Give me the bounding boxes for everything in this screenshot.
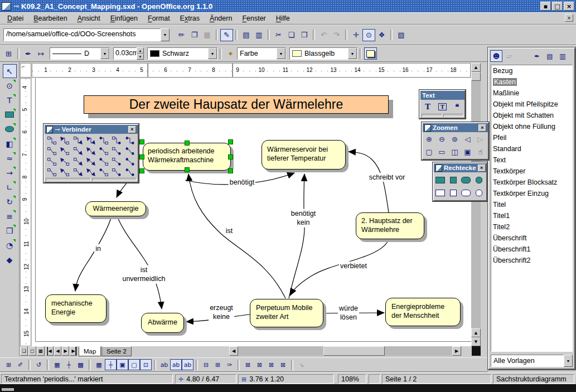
arrange-tool[interactable]: ❒ (3, 224, 17, 238)
menu-format[interactable]: Format (143, 13, 175, 23)
zoomen-titlebar[interactable]: Zoomen × (423, 123, 488, 132)
selection-handle[interactable] (228, 168, 233, 173)
menu-extras[interactable]: Extras (175, 13, 205, 23)
titlebar[interactable]: ⊸ K09.2_A1_Concept_Mapping.sxd - OpenOff… (0, 0, 576, 12)
graphics-styles-button[interactable]: ☻ (490, 50, 502, 62)
edge-label-verbietet[interactable]: verbietet (339, 262, 368, 270)
selection-handle[interactable] (185, 167, 190, 172)
line-color-dropdown-button[interactable]: ▼ (208, 48, 217, 59)
zoom-out-button[interactable]: ⊖ (436, 133, 448, 146)
gallery-button[interactable]: ▧ (395, 29, 408, 41)
connector-ist[interactable] (188, 174, 285, 298)
zoom-objects-button[interactable]: ▣ (462, 146, 473, 158)
snap-to-page-margins-toggle[interactable]: ▣ (117, 359, 128, 370)
connector-type-bent-3[interactable] (85, 146, 97, 156)
close-icon[interactable]: × (478, 124, 486, 132)
text-frame-button[interactable]: T (436, 101, 448, 112)
rotation-mode-toggle[interactable]: ↺ (33, 359, 45, 370)
connector-type-elbow-3[interactable] (85, 135, 97, 146)
connector-type-curve-2[interactable] (72, 167, 84, 177)
connector-type-elbow-6[interactable] (124, 135, 136, 146)
style-item-objekt-mit-pfeilspitze[interactable]: Objekt mit Pfeilspitze (491, 99, 572, 110)
menu-datei[interactable]: Datei (2, 13, 28, 23)
pin-icon[interactable]: ⊸ (55, 125, 60, 133)
style-item-textk-rper-blocksatz[interactable]: Textkörper Blocksatz (491, 177, 572, 188)
next-page-button[interactable]: ▶ (62, 346, 69, 356)
close-icon[interactable]: × (478, 164, 486, 172)
connector-type-line-6[interactable] (124, 156, 136, 167)
zoom-button[interactable]: ⊙ (362, 29, 375, 41)
width-down-button[interactable]: ▼ (137, 54, 144, 60)
status-zoom[interactable]: 108% (338, 374, 366, 384)
connector-type-bent-0[interactable] (46, 146, 58, 156)
square-outline[interactable] (447, 186, 459, 199)
show-grid-toggle[interactable]: ▦ (51, 359, 63, 370)
fill-color-dropdown-button[interactable]: ▼ (348, 48, 357, 59)
edit-points-button[interactable]: ⊞ (2, 47, 15, 60)
verbinder-window[interactable]: ⊸ Verbinder × (43, 124, 139, 183)
selection-handle[interactable] (228, 139, 233, 144)
connector-benoetigt-kein[interactable] (289, 174, 304, 298)
menu-ansicht[interactable]: Ansicht (72, 13, 105, 23)
node-hauptsatz[interactable]: 2. Hauptsatz der Wärmelehre (356, 212, 424, 239)
tab-seite-2[interactable]: Seite 2 (101, 346, 132, 356)
node-abwaerme[interactable]: Abwärme (141, 313, 184, 333)
connector-type-elbow-2[interactable] (72, 135, 84, 146)
connector-type-line-4[interactable] (98, 156, 110, 167)
style-list[interactable]: BezugKastenMaßlinieObjekt mit Pfeilspitz… (491, 65, 573, 352)
line-width-stepper[interactable]: 0.03cm ▲▼ (113, 47, 144, 60)
rounded-rectangle-outline[interactable] (460, 186, 472, 199)
show-snaplines-toggle[interactable]: ┼ (63, 359, 75, 370)
node-waermeenergie[interactable]: Wärmeenergie (85, 201, 146, 216)
rechtecke-window[interactable]: Rechtecke × (433, 162, 487, 201)
connector-type-line-2[interactable] (72, 156, 84, 167)
resize-grip[interactable] (422, 114, 442, 117)
rectangle-outline[interactable] (434, 186, 446, 199)
rotate-tool[interactable]: ↻ (3, 195, 17, 209)
line-style-dropdown-button[interactable]: ▼ (100, 48, 109, 59)
grid-to-front-toggle[interactable]: ▦ (93, 359, 105, 370)
node-perpetuum-mobile[interactable]: Perpetuum Mobile zweiter Art (250, 299, 323, 327)
scroll-up-button[interactable]: ▲ (471, 63, 481, 72)
connector-type-curve-5[interactable] (110, 167, 123, 177)
crop-marks-toggle[interactable]: ⊠ (242, 359, 254, 370)
rectangle-tool[interactable] (3, 108, 17, 122)
zoom-tool[interactable]: ⊙ (3, 79, 17, 93)
connector-type-curve-3[interactable] (85, 167, 97, 177)
export-pdf-button[interactable]: ▤ (240, 29, 253, 41)
zoom-page-width-button[interactable]: ▭ (436, 146, 448, 158)
edge-label-wuerde-loesen[interactable]: würde lösen (338, 304, 359, 322)
connector-type-bent-1[interactable] (59, 146, 71, 156)
close-icon[interactable]: × (128, 126, 136, 133)
scroll-up2-button[interactable]: ▲ (471, 328, 481, 337)
menu-einfgen[interactable]: Einfügen (105, 13, 143, 23)
vertical-ruler[interactable]: 456789101112131415 (20, 78, 31, 346)
menu-hilfe[interactable]: Hilfe (271, 13, 295, 23)
select-text-area-toggle[interactable]: ab (170, 359, 182, 370)
style-item-bezug[interactable]: Bezug (491, 65, 572, 76)
verbinder-titlebar[interactable]: ⊸ Verbinder × (45, 125, 138, 134)
double-click-text-toggle[interactable]: ab (182, 359, 193, 370)
fill-format-mode-button[interactable]: ✒ (531, 50, 543, 62)
contour-mode-toggle[interactable]: ⊠ (277, 359, 289, 370)
selection-handle[interactable] (185, 141, 190, 146)
node-energieprobleme[interactable]: Energieprobleme der Menschheit (385, 298, 461, 326)
connector-type-bent-6[interactable] (124, 146, 136, 156)
connector-type-curve-0[interactable] (46, 167, 58, 177)
scroll-left-button[interactable]: ◀ (229, 346, 238, 356)
snap-to-object-frame-toggle[interactable]: ▢ (128, 359, 140, 370)
simple-handles-toggle[interactable]: ⊟ (200, 359, 212, 370)
resize-grip[interactable] (46, 178, 91, 181)
style-item--berschrift1[interactable]: Überschrift1 (491, 244, 572, 255)
hairlines-toggle[interactable]: ⊠ (254, 359, 265, 370)
open-button[interactable]: ❐ (188, 29, 201, 41)
zoom-100-button[interactable]: ⊚ (449, 133, 461, 146)
edge-label-benoetigt[interactable]: benötigt (229, 178, 255, 187)
print-button[interactable]: ▥ (253, 29, 265, 41)
alignment-tool[interactable]: ≡ (3, 209, 17, 223)
connector-type-bent-2[interactable] (72, 146, 84, 156)
rounded-square-outline[interactable] (473, 186, 485, 199)
edge-label-erzeugt-keine[interactable]: erzeugt keine (209, 303, 234, 322)
objects-3d-tool[interactable]: ◧ (3, 137, 17, 151)
vertical-scrollbar[interactable]: ▲ ▲ ▼ (471, 63, 481, 346)
